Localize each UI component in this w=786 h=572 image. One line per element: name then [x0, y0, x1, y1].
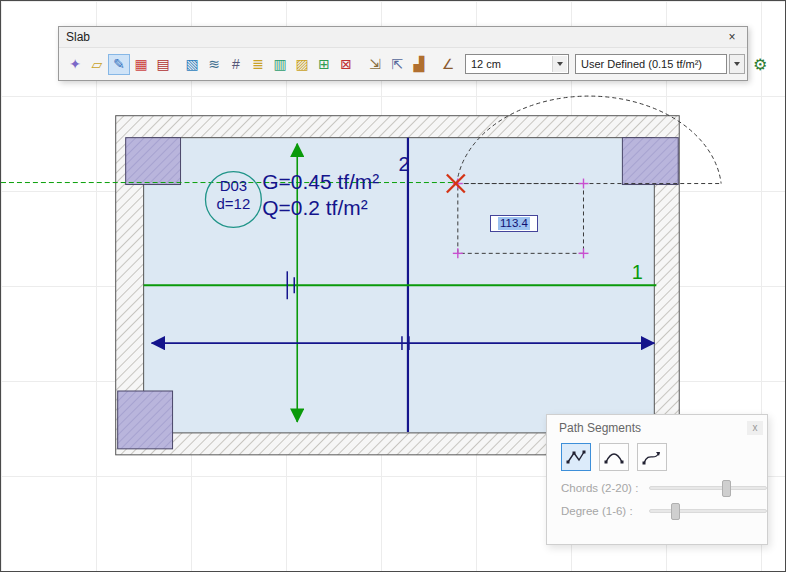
polyline-icon — [566, 449, 586, 465]
slab-library-icon[interactable]: ▨ — [291, 54, 313, 75]
degree-slider-thumb[interactable] — [671, 503, 680, 520]
column-top-left[interactable] — [126, 138, 181, 185]
load-combo-value: User Defined (0.15 tf/m²) — [581, 58, 702, 70]
slab-titlebar[interactable]: Slab × — [59, 27, 747, 47]
axis-2-label: 2 — [398, 153, 409, 175]
chords-slider-row: Chords (2-20) : — [547, 482, 767, 494]
polyline-segment-button[interactable] — [561, 443, 591, 471]
delete-grid-icon[interactable]: ⊠ — [335, 54, 357, 75]
slab-window-title: Slab — [66, 30, 90, 44]
slab-regions-icon[interactable]: ▧ — [181, 54, 203, 75]
degree-slider[interactable] — [649, 509, 767, 513]
slab-thickness-text: d=12 — [217, 195, 251, 212]
chords-slider-thumb[interactable] — [722, 480, 731, 497]
load-dropdown-button[interactable] — [729, 54, 745, 74]
column-top-right[interactable] — [622, 138, 678, 185]
close-icon[interactable]: × — [724, 30, 740, 44]
chords-slider[interactable] — [649, 486, 767, 490]
thickness-combo[interactable]: 12 cm — [465, 54, 569, 74]
arc-segment-button[interactable] — [599, 443, 629, 471]
chevron-down-icon — [557, 62, 563, 66]
dimension-input[interactable]: 113.4 — [490, 215, 538, 232]
thickness-combo-value: 12 cm — [471, 58, 501, 70]
slab-report-icon[interactable]: ▤ — [152, 54, 174, 75]
select-slab-icon[interactable]: ✦ — [64, 54, 86, 75]
arc-icon — [604, 449, 624, 465]
chords-label: Chords (2-20) : — [561, 482, 645, 494]
slab-toolbar-body: ✦ ▱ ✎ ▦ ▤ ▧ ≋ # ≣ ▥ ▨ ⊞ ⊠ ⇲ ⇱ ▟ ∠ 12 cm … — [59, 47, 747, 80]
slab-strips-icon[interactable]: ≋ — [203, 54, 225, 75]
thickness-dropdown-button[interactable] — [552, 56, 567, 72]
import-slab-icon[interactable]: ⇱ — [386, 54, 408, 75]
slab-mesh-icon[interactable]: # — [225, 54, 247, 75]
path-segments-panel[interactable]: Path Segments x Ch — [546, 414, 768, 545]
slab-loads-icon[interactable]: ≣ — [247, 54, 269, 75]
gear-icon[interactable]: ⚙ — [753, 55, 767, 74]
slab-toolbar-window[interactable]: Slab × ✦ ▱ ✎ ▦ ▤ ▧ ≋ # ≣ ▥ ▨ ⊞ ⊠ ⇲ ⇱ ▟ ∠… — [58, 26, 748, 81]
load-combo[interactable]: User Defined (0.15 tf/m²) — [575, 54, 727, 74]
curve-arrow-icon — [642, 449, 662, 465]
degree-label: Degree (1-6) : — [561, 505, 645, 517]
path-segments-titlebar[interactable]: Path Segments x — [547, 415, 767, 435]
slab-openings-icon[interactable]: ▱ — [86, 54, 108, 75]
close-icon[interactable]: x — [747, 421, 763, 435]
slab-id-text: D03 — [220, 177, 247, 194]
segment-type-buttons — [547, 435, 767, 471]
dead-load-text: G=0.45 tf/m² — [262, 170, 379, 193]
degree-slider-row: Degree (1-6) : — [547, 505, 767, 517]
column-bottom-left[interactable] — [118, 391, 173, 449]
curve-segment-button[interactable] — [637, 443, 667, 471]
chevron-down-icon — [734, 62, 740, 66]
path-segments-title: Path Segments — [559, 421, 641, 435]
export-slab-icon[interactable]: ⇲ — [364, 54, 386, 75]
axis-1-label: 1 — [632, 261, 643, 283]
angle-icon[interactable]: ∠ — [437, 54, 459, 75]
add-grid-icon[interactable]: ⊞ — [313, 54, 335, 75]
slab-levels-icon[interactable]: ▥ — [269, 54, 291, 75]
slab-chart-icon[interactable]: ▟ — [408, 54, 430, 75]
dimension-input-value[interactable]: 113.4 — [498, 217, 530, 230]
draw-slab-icon[interactable]: ✎ — [108, 54, 130, 75]
slab-table-icon[interactable]: ▦ — [130, 54, 152, 75]
live-load-text: Q=0.2 tf/m² — [262, 196, 367, 219]
